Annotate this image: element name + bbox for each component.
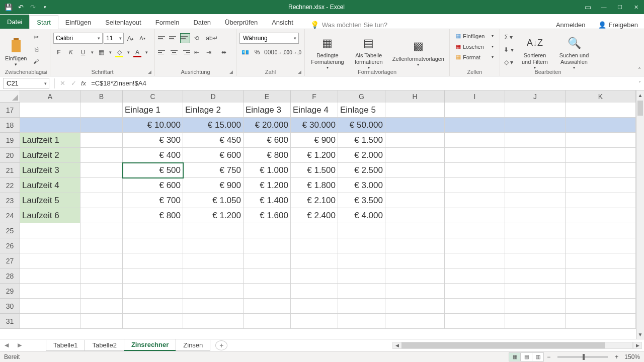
cell-G18[interactable]: € 50.000 xyxy=(338,118,385,133)
cell-I21[interactable] xyxy=(445,163,505,178)
cancel-formula-icon[interactable]: ✕ xyxy=(57,78,68,89)
column-header-F[interactable]: F xyxy=(291,90,338,103)
cell-I28[interactable] xyxy=(445,268,505,284)
cell-F24[interactable]: € 2.400 xyxy=(291,208,338,223)
decrease-font-icon[interactable]: A▾ xyxy=(137,33,148,44)
cell-B24[interactable] xyxy=(80,208,123,223)
expand-formula-bar-icon[interactable]: ˅ xyxy=(635,80,644,86)
row-header-30[interactable]: 30 xyxy=(0,299,20,314)
cell-C23[interactable]: € 700 xyxy=(123,193,183,208)
cell-H24[interactable] xyxy=(385,208,445,223)
select-all-corner[interactable] xyxy=(0,90,20,103)
cell-A22[interactable]: Laufzeit 4 xyxy=(20,178,80,193)
row-header-26[interactable]: 26 xyxy=(0,238,20,253)
cell-J17[interactable] xyxy=(505,103,566,118)
underline-dropdown-icon[interactable]: ▾ xyxy=(90,47,95,58)
borders-icon[interactable]: ▦ xyxy=(96,47,107,58)
save-icon[interactable]: 💾 xyxy=(4,3,13,12)
wrap-text-icon[interactable]: ab↵ xyxy=(203,33,220,44)
column-header-J[interactable]: J xyxy=(505,90,566,103)
italic-button[interactable]: K xyxy=(65,47,76,58)
tab-formulas[interactable]: Formeln xyxy=(148,16,187,29)
cell-F26[interactable] xyxy=(291,238,338,253)
cell-B17[interactable] xyxy=(80,103,123,118)
qat-customize-icon[interactable]: ▾ xyxy=(40,3,49,12)
copy-icon[interactable]: ⎘ xyxy=(31,44,42,55)
cell-I26[interactable] xyxy=(445,238,505,253)
cell-F29[interactable] xyxy=(291,284,338,299)
increase-indent-icon[interactable]: ⇥ xyxy=(203,47,214,58)
cell-K27[interactable] xyxy=(566,253,636,268)
cell-D21[interactable]: € 750 xyxy=(183,163,244,178)
font-size-combo[interactable]: 11 xyxy=(104,33,124,44)
cell-D23[interactable]: € 1.050 xyxy=(183,193,244,208)
cell-J19[interactable] xyxy=(505,133,566,148)
tab-review[interactable]: Überprüfen xyxy=(218,16,265,29)
cell-H29[interactable] xyxy=(385,284,445,299)
cell-A18[interactable] xyxy=(20,118,80,133)
cell-E22[interactable]: € 1.200 xyxy=(244,178,291,193)
cell-K26[interactable] xyxy=(566,238,636,253)
cell-K19[interactable] xyxy=(566,133,636,148)
cut-icon[interactable]: ✂ xyxy=(31,32,42,43)
cell-B30[interactable] xyxy=(80,299,123,314)
cell-H26[interactable] xyxy=(385,238,445,253)
align-right-icon[interactable] xyxy=(180,47,190,57)
cell-E20[interactable]: € 800 xyxy=(244,148,291,163)
cell-B31[interactable] xyxy=(80,314,123,329)
cell-I17[interactable] xyxy=(445,103,505,118)
cell-D30[interactable] xyxy=(183,299,244,314)
cell-E29[interactable] xyxy=(244,284,291,299)
cell-D27[interactable] xyxy=(183,253,244,268)
delete-cells-button[interactable]: ▦Löschen▾ xyxy=(453,42,497,51)
cell-F31[interactable] xyxy=(291,314,338,329)
borders-dropdown-icon[interactable]: ▾ xyxy=(108,47,113,58)
cell-I24[interactable] xyxy=(445,208,505,223)
hscroll-right-icon[interactable]: ▶ xyxy=(633,342,642,349)
row-header-18[interactable]: 18 xyxy=(0,118,20,133)
cell-K29[interactable] xyxy=(566,284,636,299)
cell-A23[interactable]: Laufzeit 5 xyxy=(20,193,80,208)
fill-dropdown-icon[interactable]: ▾ xyxy=(126,47,131,58)
hscroll-track[interactable] xyxy=(401,342,633,349)
cell-F28[interactable] xyxy=(291,268,338,284)
increase-font-icon[interactable]: A▴ xyxy=(125,33,136,44)
column-header-K[interactable]: K xyxy=(566,90,636,103)
percent-format-icon[interactable]: % xyxy=(252,47,263,58)
sheet-tab-tabelle1[interactable]: Tabelle1 xyxy=(46,340,85,351)
sheet-nav-next-icon[interactable]: ▶ xyxy=(13,342,26,348)
format-as-table-button[interactable]: ▤Als Tabelle formatieren▾ xyxy=(349,31,388,75)
hscroll-left-icon[interactable]: ◀ xyxy=(392,342,401,349)
row-header-17[interactable]: 17 xyxy=(0,103,20,118)
cell-C18[interactable]: € 10.000 xyxy=(123,118,183,133)
zoom-level[interactable]: 150% xyxy=(624,353,640,360)
cell-E24[interactable]: € 1.600 xyxy=(244,208,291,223)
cell-B23[interactable] xyxy=(80,193,123,208)
cell-H28[interactable] xyxy=(385,268,445,284)
cell-B19[interactable] xyxy=(80,133,123,148)
share-button[interactable]: 👤 Freigeben xyxy=(592,21,644,29)
signin-link[interactable]: Anmelden xyxy=(549,21,593,29)
align-bottom-icon[interactable] xyxy=(180,33,190,43)
tab-insert[interactable]: Einfügen xyxy=(58,16,98,29)
view-page-layout-icon[interactable]: ▤ xyxy=(520,352,532,361)
cell-H25[interactable] xyxy=(385,223,445,238)
enter-formula-icon[interactable]: ✓ xyxy=(68,78,79,89)
cell-H31[interactable] xyxy=(385,314,445,329)
view-normal-icon[interactable]: ▦ xyxy=(509,352,521,361)
cell-E17[interactable]: Einlage 3 xyxy=(244,103,291,118)
row-header-27[interactable]: 27 xyxy=(0,253,20,268)
dialog-launcher-icon[interactable]: ◢ xyxy=(229,69,234,74)
cell-G26[interactable] xyxy=(338,238,385,253)
cell-H23[interactable] xyxy=(385,193,445,208)
cell-J31[interactable] xyxy=(505,314,566,329)
cell-F17[interactable]: Einlage 4 xyxy=(291,103,338,118)
cell-D20[interactable]: € 600 xyxy=(183,148,244,163)
column-header-G[interactable]: G xyxy=(338,90,385,103)
column-header-D[interactable]: D xyxy=(183,90,244,103)
fill-icon[interactable]: ⬇ ▾ xyxy=(503,44,514,55)
cell-E23[interactable]: € 1.400 xyxy=(244,193,291,208)
row-header-31[interactable]: 31 xyxy=(0,314,20,329)
cell-J30[interactable] xyxy=(505,299,566,314)
add-sheet-icon[interactable]: + xyxy=(215,340,227,350)
